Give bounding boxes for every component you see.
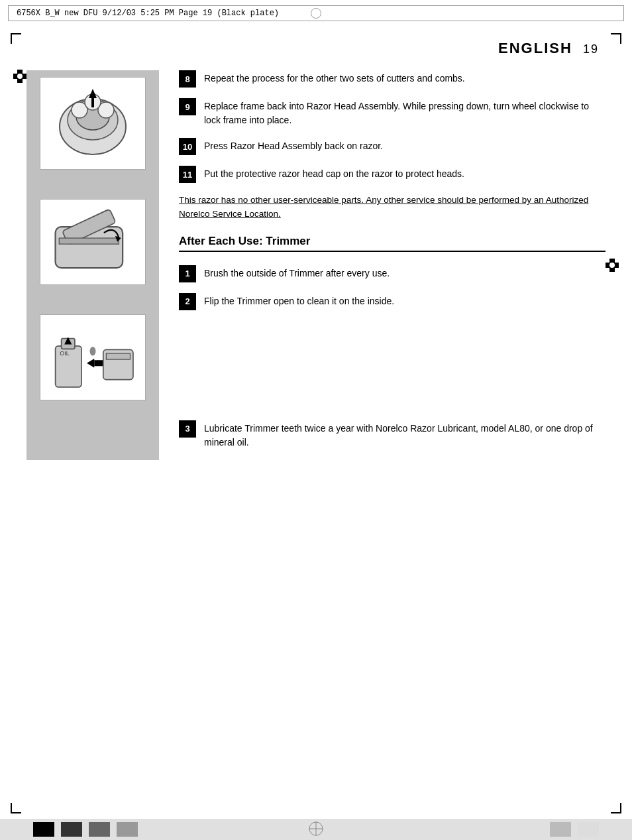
svg-point-26 bbox=[609, 263, 615, 268]
corner-mark-bl bbox=[11, 803, 21, 813]
corner-mark-tr bbox=[611, 33, 621, 44]
step-11: 11 Put the protective razor head cap on … bbox=[179, 166, 606, 183]
bottom-strip bbox=[0, 819, 632, 840]
image-spacer bbox=[179, 321, 606, 420]
step-8-text: Repeat the process for the other two set… bbox=[204, 70, 465, 86]
trimmer-image-1 bbox=[40, 199, 146, 285]
trimmer-step-1-text: Brush the outside of Trimmer after every… bbox=[204, 265, 390, 280]
swatch-dark bbox=[61, 822, 82, 837]
reg-mark-right bbox=[606, 259, 619, 274]
sidebar-spacer-2 bbox=[33, 293, 152, 306]
trimmer-step-3-num: 3 bbox=[179, 420, 196, 438]
trimmer-step-2: 2 Flip the Trimmer open to clean it on t… bbox=[179, 293, 606, 310]
step-8: 8 Repeat the process for the other two s… bbox=[179, 70, 606, 88]
step-9-text: Replace frame back into Razor Head Assem… bbox=[204, 98, 606, 127]
svg-rect-13 bbox=[59, 238, 119, 244]
corner-mark-br bbox=[611, 803, 621, 813]
svg-point-22 bbox=[89, 347, 95, 356]
swatch-mid-dark bbox=[89, 822, 110, 837]
step-11-num: 11 bbox=[179, 166, 196, 183]
svg-rect-19 bbox=[94, 361, 103, 367]
svg-marker-9 bbox=[89, 89, 97, 98]
main-layout: OIL bbox=[26, 70, 606, 460]
trimmer-image-2: OIL bbox=[40, 314, 146, 400]
page-number: 19 bbox=[583, 42, 599, 56]
page-title: ENGLISH 19 bbox=[26, 40, 599, 57]
trimmer-steps: 1 Brush the outside of Trimmer after eve… bbox=[179, 265, 606, 450]
trimmer-step-2-num: 2 bbox=[179, 293, 196, 310]
sidebar-spacer-1 bbox=[33, 178, 152, 191]
razor-steps: 8 Repeat the process for the other two s… bbox=[179, 70, 606, 183]
svg-marker-18 bbox=[87, 359, 94, 368]
razor-image bbox=[40, 77, 146, 170]
svg-rect-21 bbox=[106, 353, 130, 359]
swatch-mid bbox=[117, 822, 138, 837]
trimmer-step-2-text: Flip the Trimmer open to clean it on the… bbox=[204, 293, 394, 308]
right-swatches bbox=[550, 822, 599, 837]
registration-mark-header bbox=[311, 8, 321, 19]
step-10-num: 10 bbox=[179, 138, 196, 155]
step-10-text: Press Razor Head Assembly back on razor. bbox=[204, 138, 383, 153]
svg-text:OIL: OIL bbox=[60, 351, 70, 357]
right-content: 8 Repeat the process for the other two s… bbox=[159, 70, 606, 460]
trimmer-step-3-text: Lubricate Trimmer teeth twice a year wit… bbox=[204, 420, 606, 450]
section-heading: After Each Use: Trimmer bbox=[179, 235, 606, 252]
trimmer-step-3: 3 Lubricate Trimmer teeth twice a year w… bbox=[179, 420, 606, 450]
sidebar-inner: OIL bbox=[26, 70, 159, 407]
corner-mark-tl bbox=[11, 33, 21, 44]
swatch-black bbox=[33, 822, 54, 837]
doc-header: 6756X B_W new DFU 9/12/03 5:25 PM Page 1… bbox=[8, 5, 624, 21]
swatch-light bbox=[578, 822, 599, 837]
step-11-text: Put the protective razor head cap on the… bbox=[204, 166, 464, 181]
trimmer-step-1-num: 1 bbox=[179, 265, 196, 282]
language-label: ENGLISH bbox=[498, 40, 572, 56]
step-8-num: 8 bbox=[179, 70, 196, 88]
trimmer-step-1: 1 Brush the outside of Trimmer after eve… bbox=[179, 265, 606, 282]
doc-header-text: 6756X B_W new DFU 9/12/03 5:25 PM Page 1… bbox=[17, 9, 279, 18]
page-content: ENGLISH 19 bbox=[0, 27, 632, 487]
svg-rect-10 bbox=[91, 98, 94, 107]
step-10: 10 Press Razor Head Assembly back on raz… bbox=[179, 138, 606, 155]
swatch-light-mid bbox=[550, 822, 571, 837]
step-9-num: 9 bbox=[179, 98, 196, 115]
step-9: 9 Replace frame back into Razor Head Ass… bbox=[179, 98, 606, 127]
reg-mark-bottom-center bbox=[309, 821, 323, 838]
left-sidebar: OIL bbox=[26, 70, 159, 460]
service-notice: This razor has no other user-serviceable… bbox=[179, 194, 606, 221]
